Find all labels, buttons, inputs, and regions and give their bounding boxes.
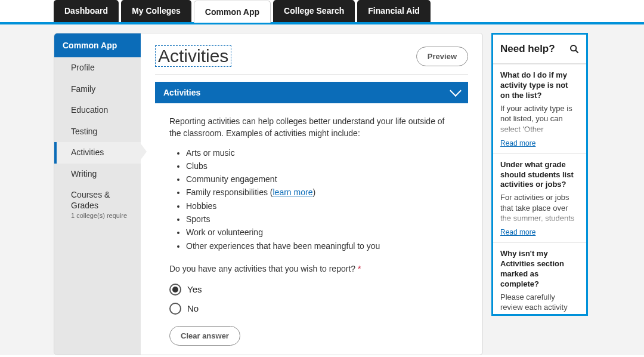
main-panel: Activities Preview Activities Reporting … xyxy=(141,33,482,355)
list-item: Sports xyxy=(186,213,454,225)
list-item: Family responsibilities (learn more) xyxy=(186,186,454,198)
intro-text: Reporting activities can help colleges b… xyxy=(169,115,454,140)
sidenav-item-testing[interactable]: Testing xyxy=(54,121,141,143)
learn-more-link[interactable]: learn more xyxy=(273,187,313,197)
text-fade xyxy=(500,315,579,316)
help-preview-wrap: For activities or jobs that take place o… xyxy=(500,192,579,226)
tab-college-search[interactable]: College Search xyxy=(273,0,355,22)
sidenav-title: Common App xyxy=(54,33,141,57)
preview-button[interactable]: Preview xyxy=(416,47,468,66)
help-item: What do I do if my activity type is not … xyxy=(493,64,586,153)
search-icon[interactable] xyxy=(569,44,579,54)
radio-group-activities: Yes No xyxy=(169,283,454,315)
radio-option-yes[interactable]: Yes xyxy=(169,283,454,296)
top-nav: Dashboard My Colleges Common App College… xyxy=(0,0,644,24)
sidenav-item-label: Courses & Grades xyxy=(71,190,110,210)
tab-financial-aid[interactable]: Financial Aid xyxy=(357,0,431,22)
radio-label: Yes xyxy=(187,283,202,296)
help-preview-wrap: If your activity type is not listed, you… xyxy=(500,103,579,137)
help-title: Need help? xyxy=(500,43,555,55)
list-item: Hobbies xyxy=(186,200,454,212)
section-header-activities[interactable]: Activities xyxy=(155,82,468,103)
examples-list: Arts or music Clubs Community engagement… xyxy=(186,147,454,252)
radio-option-no[interactable]: No xyxy=(169,302,454,315)
clear-answer-button[interactable]: Clear answer xyxy=(169,326,240,346)
sidenav-item-family[interactable]: Family xyxy=(54,79,141,100)
section-title: Activities xyxy=(163,88,200,97)
list-item-text: Family responsibilities xyxy=(186,187,268,197)
help-question: Why isn't my Activities section marked a… xyxy=(500,249,579,290)
sidenav-item-courses-grades[interactable]: Courses & Grades 1 college(s) require xyxy=(54,184,141,226)
side-nav: Common App Profile Family Education Test… xyxy=(54,33,141,355)
main-card: Common App Profile Family Education Test… xyxy=(54,33,483,355)
radio-icon-selected xyxy=(169,284,181,296)
help-header: Need help? xyxy=(493,35,586,64)
tab-common-app[interactable]: Common App xyxy=(194,1,271,23)
question-label: Do you have any activities that you wish… xyxy=(169,263,454,275)
chevron-down-icon xyxy=(450,85,462,97)
text-fade xyxy=(500,215,579,226)
sidenav-item-sublabel: 1 college(s) require xyxy=(71,212,132,220)
radio-label: No xyxy=(187,302,199,315)
tab-my-colleges[interactable]: My Colleges xyxy=(121,0,191,22)
help-item: Under what grade should students list ac… xyxy=(493,153,586,243)
text-fade xyxy=(500,126,579,137)
main-header: Activities Preview xyxy=(155,45,468,75)
svg-point-0 xyxy=(571,45,576,51)
svg-line-1 xyxy=(575,50,578,53)
help-question: Under what grade should students list ac… xyxy=(500,160,579,190)
list-item: Community engagement xyxy=(186,173,454,185)
help-panel: Need help? What do I do if my activity t… xyxy=(491,33,588,316)
help-item: Why isn't my Activities section marked a… xyxy=(493,242,586,316)
tab-dashboard[interactable]: Dashboard xyxy=(54,0,119,22)
list-item: Other experiences that have been meaning… xyxy=(186,240,454,252)
sidenav-item-activities[interactable]: Activities xyxy=(54,142,141,164)
question-text: Do you have any activities that you wish… xyxy=(169,264,355,273)
list-item: Work or volunteering xyxy=(186,226,454,238)
radio-icon xyxy=(169,303,181,315)
sidenav-item-education[interactable]: Education xyxy=(54,100,141,121)
read-more-link[interactable]: Read more xyxy=(500,228,535,236)
content-area: Common App Profile Family Education Test… xyxy=(0,24,644,355)
read-more-link[interactable]: Read more xyxy=(500,139,535,147)
section-body: Reporting activities can help colleges b… xyxy=(155,115,468,355)
help-question: What do I do if my activity type is not … xyxy=(500,70,579,101)
page-title: Activities xyxy=(155,45,231,67)
help-preview: Please carefully review each activity th… xyxy=(500,292,579,316)
sidenav-item-writing[interactable]: Writing xyxy=(54,164,141,185)
list-item: Arts or music xyxy=(186,147,454,159)
required-mark: * xyxy=(358,264,361,273)
list-item: Clubs xyxy=(186,160,454,172)
sidenav-item-profile[interactable]: Profile xyxy=(54,57,141,79)
help-preview-wrap: Please carefully review each activity th… xyxy=(500,292,579,316)
